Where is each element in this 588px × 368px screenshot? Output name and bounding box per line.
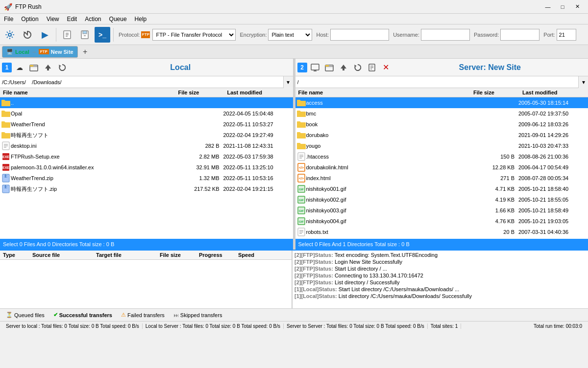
- file-name: .htaccess: [306, 154, 470, 160]
- local-up-button[interactable]: [42, 61, 54, 74]
- server-refresh-button[interactable]: [351, 61, 364, 74]
- folder-icon: [296, 98, 306, 108]
- list-item[interactable]: WeatherTrend 2022-05-11 10:53:27: [0, 119, 293, 130]
- file-name: index.html: [306, 175, 470, 181]
- tab-queued[interactable]: ⏳ Queued files: [2, 311, 49, 319]
- local-path-input[interactable]: [0, 76, 283, 88]
- site-tab-local[interactable]: 🖥️ Local → FTP New Site: [2, 46, 78, 58]
- menu-help[interactable]: Help: [131, 15, 151, 23]
- local-path-dropdown[interactable]: ▾: [283, 76, 293, 88]
- transfer-col-target[interactable]: Target file: [93, 251, 157, 259]
- new-file-button[interactable]: [59, 27, 75, 43]
- list-item[interactable]: WeatherTrend.zip 1.32 MB 2022-05-11 10:5…: [0, 173, 293, 184]
- file-date: 2005-10-21 18:58:40: [518, 186, 587, 192]
- gif-icon: GIF: [296, 195, 306, 205]
- server-path-input[interactable]: [295, 76, 579, 88]
- svg-text:EXE: EXE: [2, 155, 9, 159]
- log-entry: [2][FTP]Status: Text encoding: System.Te…: [294, 252, 586, 258]
- file-date: 2022-05-11 10:53:27: [223, 121, 292, 127]
- log-area: [2][FTP]Status: Text encoding: System.Te…: [292, 251, 588, 308]
- local-browse-button[interactable]: [27, 61, 40, 74]
- transfer-col-progress[interactable]: Progress: [196, 251, 235, 259]
- username-input[interactable]: [421, 29, 470, 41]
- list-item[interactable]: book 2009-06-12 18:03:26: [295, 119, 588, 130]
- list-item[interactable]: </> index.html 271 B 2008-07-28 00:05:34: [295, 173, 588, 184]
- connect-button[interactable]: ▶: [37, 27, 53, 43]
- list-item[interactable]: 時報再生ソフト 2022-02-04 19:27:49: [0, 130, 293, 140]
- server-col-size[interactable]: File size: [470, 88, 519, 97]
- local-col-date[interactable]: Last modified: [224, 88, 293, 97]
- add-tab-button[interactable]: +: [80, 46, 91, 57]
- file-size: 282 B: [174, 143, 223, 149]
- terminal-button[interactable]: >_: [95, 27, 110, 43]
- list-item[interactable]: GIF nishitokyo004.gif 4.76 KB 2005-10-21…: [295, 216, 588, 227]
- close-button[interactable]: ✕: [570, 1, 584, 12]
- transfer-col-size[interactable]: File size: [157, 251, 196, 259]
- list-item[interactable]: Opal 2022-04-05 15:04:48: [0, 108, 293, 119]
- list-item[interactable]: .htaccess 150 B 2008-08-26 21:00:36: [295, 151, 588, 162]
- file-date: 2005-10-21 19:03:05: [518, 218, 587, 224]
- menu-file[interactable]: File: [0, 15, 17, 23]
- tab-successful[interactable]: ✔ Successful transfers: [49, 311, 116, 319]
- local-col-size[interactable]: File size: [175, 88, 224, 97]
- gif-icon: GIF: [296, 216, 306, 226]
- server-panel-toolbar: 2 ✕ Server: New Site: [295, 59, 588, 76]
- username-field: Username:: [391, 29, 470, 41]
- transfer-col-source[interactable]: Source file: [29, 251, 93, 259]
- file-name: ..: [11, 100, 174, 106]
- list-item[interactable]: yougo 2021-10-03 20:47:33: [295, 140, 588, 151]
- host-input[interactable]: [330, 29, 389, 41]
- transfer-col-speed[interactable]: Speed: [235, 251, 274, 259]
- server-up-button[interactable]: [337, 61, 350, 74]
- local-label: Local: [15, 49, 29, 55]
- server-bookmark-button[interactable]: [366, 61, 378, 74]
- minimize-button[interactable]: —: [541, 1, 555, 12]
- list-item[interactable]: robots.txt 20 B 2007-03-31 04:40:36: [295, 227, 588, 237]
- server-col-date[interactable]: Last modified: [519, 88, 588, 97]
- list-item[interactable]: desktop.ini 282 B 2021-11-08 12:43:31: [0, 140, 293, 151]
- local-panel-number: 1: [2, 63, 12, 72]
- list-item[interactable]: 時報再生ソフト.zip 217.52 KB 2022-02-04 19:21:1…: [0, 184, 293, 194]
- list-item[interactable]: GIF nishitokyo002.gif 4.19 KB 2005-10-21…: [295, 194, 588, 205]
- list-item[interactable]: bmc 2005-07-02 19:37:50: [295, 108, 588, 119]
- separator-2: [113, 28, 114, 42]
- password-input[interactable]: [500, 29, 539, 41]
- server-panel-title: Server: New Site: [394, 63, 587, 72]
- tab-skipped[interactable]: ⏭ Skipped transfers: [170, 311, 226, 319]
- protocol-select[interactable]: FTP - File Transfer Protocol SFTP - SSH …: [152, 29, 236, 41]
- svg-rect-9: [30, 65, 33, 67]
- menu-view[interactable]: View: [43, 15, 63, 23]
- maximize-button[interactable]: □: [556, 1, 569, 12]
- local-refresh-button[interactable]: [56, 61, 69, 74]
- list-item[interactable]: dorubako 2021-09-01 14:29:26: [295, 130, 588, 140]
- list-item[interactable]: </> dorubakolink.html 12.28 KB 2006-04-1…: [295, 162, 588, 173]
- transfer-col-type[interactable]: Type: [0, 251, 29, 259]
- server-monitor-button[interactable]: [309, 61, 321, 74]
- menu-queue[interactable]: Queue: [105, 15, 131, 23]
- encryption-select[interactable]: Plain text SSL TLS: [268, 29, 312, 41]
- menu-option[interactable]: Option: [17, 15, 42, 23]
- list-item[interactable]: EXE palemoon-31.0.0.win64.installer.ex 3…: [0, 162, 293, 173]
- list-item[interactable]: GIF nishitokyo001.gif 4.71 KB 2005-10-21…: [295, 184, 588, 194]
- server-col-name[interactable]: File name: [295, 88, 471, 97]
- list-item[interactable]: GIF nishitokyo003.gif 1.66 KB 2005-10-21…: [295, 205, 588, 216]
- list-item[interactable]: EXE FTPRush-Setup.exe 2.82 MB 2022-05-03…: [0, 151, 293, 162]
- server-path-dropdown[interactable]: ▾: [578, 76, 588, 88]
- server-browse-button[interactable]: [323, 61, 336, 74]
- menu-action[interactable]: Action: [81, 15, 105, 23]
- server-disconnect-button[interactable]: ✕: [380, 61, 392, 74]
- save-button[interactable]: [77, 27, 93, 43]
- file-name: Opal: [11, 111, 174, 116]
- log-entry: [2][FTP]Status: Login New Site Successfu…: [294, 258, 586, 265]
- tab-failed[interactable]: ⚠ Failed transfers: [117, 311, 169, 319]
- local-cloud-button[interactable]: ☁: [13, 61, 26, 74]
- file-date: 2008-08-26 21:00:36: [518, 154, 587, 160]
- port-input[interactable]: [557, 29, 576, 41]
- local-col-name[interactable]: File name: [0, 88, 175, 97]
- list-item[interactable]: access 2005-05-30 18:15:14: [295, 97, 588, 108]
- list-item[interactable]: ..: [0, 97, 293, 108]
- file-date: 2005-07-02 19:37:50: [518, 111, 587, 116]
- refresh-button[interactable]: [20, 27, 35, 43]
- settings-button[interactable]: [2, 27, 18, 43]
- menu-edit[interactable]: Edit: [63, 15, 81, 23]
